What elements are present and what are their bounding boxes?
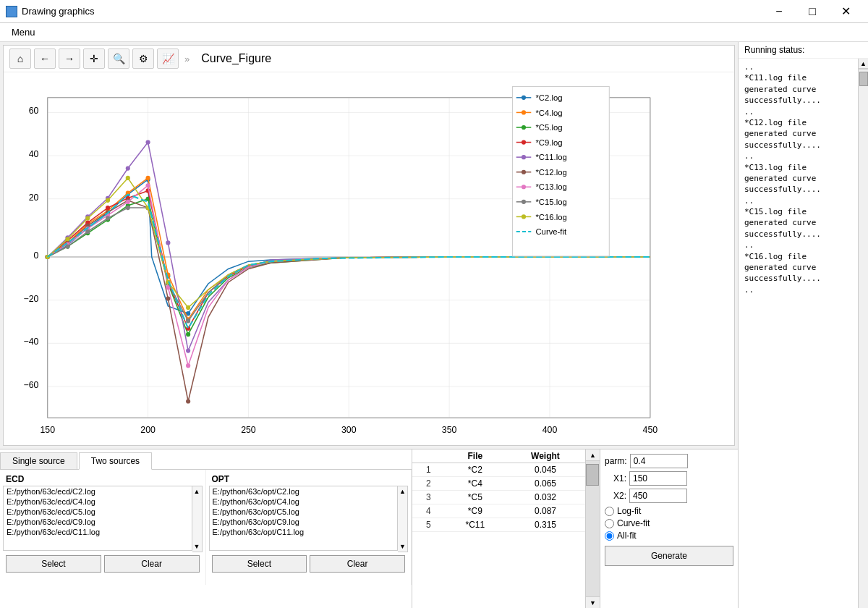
allfit-radio[interactable]	[605, 531, 614, 541]
zoom-button[interactable]: 🔍	[108, 48, 129, 69]
bottom-panel: Single source Two sources ECD E:/python/…	[0, 449, 738, 608]
svg-text:250: 250	[241, 425, 256, 435]
list-item[interactable]: E:/python/63c/opt/C2.log	[210, 486, 398, 497]
col-header-num	[412, 449, 445, 463]
row-weight: 0.045	[506, 463, 585, 477]
close-button[interactable]: ✕	[829, 0, 862, 23]
svg-point-77	[145, 183, 150, 187]
tab-bar: Single source Two sources	[0, 449, 412, 470]
settings-button[interactable]: ⚙	[132, 48, 154, 69]
row-file: *C2	[445, 463, 506, 477]
svg-point-91	[106, 198, 110, 203]
opt-select-button[interactable]: Select	[212, 555, 307, 573]
table-row: 5 *C11 0.315	[412, 518, 585, 532]
logfit-radio[interactable]	[605, 507, 614, 516]
x1-label: X1:	[605, 473, 626, 484]
generate-button[interactable]: Generate	[605, 546, 733, 566]
opt-clear-button[interactable]: Clear	[310, 555, 405, 573]
maximize-button[interactable]: □	[796, 0, 829, 23]
ecd-filelist[interactable]: E:/python/63c/ecd/C2.log E:/python/63c/e…	[3, 486, 192, 551]
ecd-btn-row: Select Clear	[3, 552, 203, 575]
weight-table: File Weight 1 *C2 0.045 2	[412, 449, 585, 532]
row-file: *C9	[445, 504, 506, 518]
svg-text:*C12.log: *C12.log	[535, 168, 566, 177]
list-item[interactable]: E:/python/63c/ecd/C9.log	[4, 517, 192, 527]
row-weight: 0.065	[506, 477, 585, 491]
table-row: 3 *C5 0.032	[412, 491, 585, 504]
svg-text:*C13.log: *C13.log	[535, 182, 566, 191]
main-content: ⌂ ← → ✛ 🔍 ⚙ 📈 » Curve_Figure 60 40 20 0	[0, 42, 868, 608]
status-scroll-up[interactable]: ▲	[859, 59, 868, 69]
opt-btn-row: Select Clear	[209, 552, 409, 575]
list-item[interactable]: E:/python/63c/opt/C9.log	[210, 517, 398, 527]
row-weight: 0.315	[506, 518, 585, 532]
svg-point-84	[126, 206, 130, 210]
status-scrollbar-thumb[interactable]	[859, 72, 868, 86]
svg-point-61	[145, 140, 150, 144]
legend: *C2.log *C4.log *C5.log *C9.log	[513, 86, 610, 256]
opt-filelist[interactable]: E:/python/63c/opt/C2.log E:/python/63c/o…	[209, 486, 399, 551]
forward-button[interactable]: →	[59, 48, 80, 69]
ecd-scroll-up[interactable]: ▲	[192, 486, 202, 497]
bottom-left: Single source Two sources ECD E:/python/…	[0, 449, 412, 608]
curvefit-radio[interactable]	[605, 519, 614, 528]
y-label-neg20: −20	[23, 294, 38, 304]
svg-text:*C5.log: *C5.log	[535, 123, 562, 132]
logfit-label: Log-fit	[617, 506, 641, 516]
svg-point-89	[65, 237, 69, 241]
table-scroll-up[interactable]: ▲	[586, 449, 600, 461]
row-file: *C5	[445, 491, 506, 504]
minimize-button[interactable]: −	[762, 0, 796, 23]
list-item[interactable]: E:/python/63c/ecd/C2.log	[4, 486, 192, 497]
ecd-clear-button[interactable]: Clear	[104, 555, 200, 573]
svg-text:400: 400	[542, 425, 558, 435]
table-row: 4 *C9 0.087	[412, 504, 585, 518]
row-weight: 0.087	[506, 504, 585, 518]
menu-item-menu[interactable]: Menu	[6, 25, 41, 39]
svg-text:*C16.log: *C16.log	[535, 213, 566, 221]
opt-scroll-up[interactable]: ▲	[398, 486, 407, 497]
list-item[interactable]: E:/python/63c/opt/C11.log	[210, 527, 398, 537]
opt-section: OPT E:/python/63c/opt/C2.log E:/python/6…	[206, 470, 412, 585]
chart-container: ⌂ ← → ✛ 🔍 ⚙ 📈 » Curve_Figure 60 40 20 0	[3, 45, 735, 446]
y-label-neg40: −40	[23, 337, 38, 347]
x2-input[interactable]	[629, 489, 687, 503]
svg-text:*C11.log: *C11.log	[535, 153, 566, 161]
status-scrollbar[interactable]: ▲ ▼	[858, 59, 868, 608]
x1-input[interactable]	[629, 471, 687, 486]
chart-title: Curve_Figure	[201, 52, 271, 65]
row-num: 5	[412, 518, 445, 532]
list-item[interactable]: E:/python/63c/ecd/C11.log	[4, 527, 192, 537]
svg-text:*C2.log: *C2.log	[535, 93, 562, 102]
svg-point-76	[126, 200, 130, 204]
table-scrollbar-thumb[interactable]	[586, 464, 599, 486]
x1-row: X1:	[605, 471, 733, 486]
back-button[interactable]: ←	[34, 48, 56, 69]
svg-text:350: 350	[442, 425, 457, 435]
table-scroll-down[interactable]: ▼	[586, 596, 600, 608]
opt-scroll-down[interactable]: ▼	[398, 541, 407, 552]
home-button[interactable]: ⌂	[9, 48, 31, 69]
svg-point-71	[186, 399, 190, 403]
ecd-scroll-down[interactable]: ▼	[192, 541, 202, 552]
svg-point-98	[522, 96, 526, 100]
list-item[interactable]: E:/python/63c/opt/C5.log	[210, 507, 398, 517]
svg-point-119	[522, 200, 526, 204]
list-item[interactable]: E:/python/63c/ecd/C5.log	[4, 507, 192, 517]
row-file: *C4	[445, 477, 506, 491]
params-panel: parm: X1: X2: Log-fit Curve-fit	[600, 449, 738, 608]
list-item[interactable]: E:/python/63c/ecd/C4.log	[4, 497, 192, 507]
ecd-select-button[interactable]: Select	[6, 555, 101, 573]
svg-text:*C4.log: *C4.log	[535, 109, 562, 117]
parm-input[interactable]	[630, 454, 688, 468]
x2-label: X2:	[605, 491, 626, 501]
list-item[interactable]: E:/python/63c/opt/C4.log	[210, 497, 398, 507]
row-num: 1	[412, 463, 445, 477]
weight-table-area: File Weight 1 *C2 0.045 2	[412, 449, 600, 608]
tab-two-sources[interactable]: Two sources	[79, 452, 152, 470]
move-button[interactable]: ✛	[83, 48, 105, 69]
tab-single-source[interactable]: Single source	[0, 452, 77, 469]
row-num: 4	[412, 504, 445, 518]
curve-button[interactable]: 📈	[157, 48, 179, 69]
y-label-neg60: −60	[23, 380, 38, 390]
